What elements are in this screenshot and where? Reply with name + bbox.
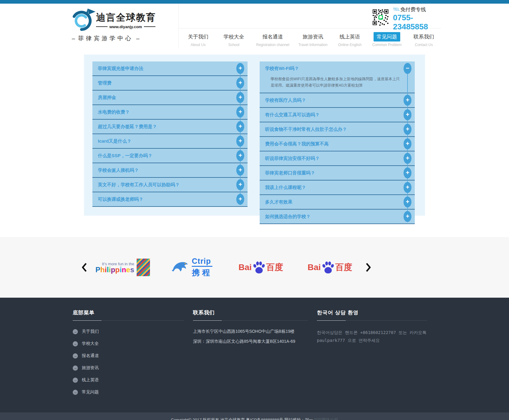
faq-item[interactable]: 学校有医疗人员吗？ + [260, 93, 415, 108]
footer-menu-item-6[interactable]: 常见问题 [73, 389, 184, 395]
faq-question: 学校有WI-FI吗？ [265, 66, 299, 71]
faq-item[interactable]: 水电费的收费？ + [92, 105, 248, 120]
arrow-circle-icon [73, 390, 78, 395]
brand-ctrip-logo[interactable]: Ctrip 携程 [157, 257, 226, 278]
toggle-expand-button[interactable]: + [236, 150, 244, 161]
faq-question: 学校有医疗人员吗？ [265, 98, 306, 103]
faq-question: 有什么交通工具可以选吗？ [265, 112, 320, 117]
main-content: 菲律宾观光签申请办法 + 管理费 + 房屋押金 + 水电费的收费？ + 超过几天… [0, 55, 509, 298]
footer-menu-item-4[interactable]: 旅游资讯 [73, 365, 184, 371]
faq-question: 菲律宾老师口音很重吗？ [265, 170, 315, 175]
site-footer: 底部菜单 关于我们 学校大全 报名通道 旅游资讯 线上英语 常见问题 联系我们 … [0, 298, 509, 412]
divider [317, 320, 427, 321]
toggle-expand-button[interactable]: + [236, 136, 244, 147]
address-shenzhen: 深圳：深圳市南山区文心路85号闽泰大厦B区1401A-69 [193, 339, 308, 344]
faq-item[interactable]: 超过几天要办签延？费用是？ + [92, 120, 248, 134]
arrow-circle-icon [73, 365, 78, 371]
faq-question: 费用会不会很高？我的预算不高 [265, 141, 329, 146]
faq-panel: 菲律宾观光签申请办法 + 管理费 + 房屋押金 + 水电费的收费？ + 超过几天… [84, 55, 425, 216]
faq-item[interactable]: 多久才有效果 + [260, 195, 415, 210]
site-url: www.diyanjy.com [96, 25, 156, 29]
footer-menu: 关于我们 学校大全 报名通道 旅游资讯 线上英语 常见问题 [73, 329, 184, 395]
faq-item[interactable]: 听说食物不干净时常有人拉肚子怎么办？ + [260, 122, 415, 137]
faq-question: 听说菲律宾治安很不好吗？ [265, 156, 320, 161]
faq-item[interactable]: 菲律宾观光签申请办法 + [92, 61, 248, 76]
faq-question: Icard又是什么？ [98, 138, 131, 144]
faq-item[interactable]: 英文不好，学校有工作人员可以协助吗？ + [92, 178, 248, 192]
faq-item[interactable]: 我该上什么课程呢？ + [260, 180, 415, 195]
toggle-expand-button[interactable]: + [404, 153, 411, 164]
brand-baidu-logo[interactable]: Bai 百度 [295, 261, 364, 274]
nav-item-2[interactable]: 学校大全 School [221, 32, 247, 48]
footer-menu-title: 底部菜单 [73, 309, 184, 316]
faq-item[interactable]: 房屋押金 + [92, 91, 248, 105]
faq-item[interactable]: 菲律宾老师口音很重吗？ + [260, 166, 415, 180]
toggle-expand-button[interactable]: − [404, 63, 411, 74]
footer-contact-column: 联系我们 上海市长宁区中山西路1065号SOHO中山广场B栋19楼 深圳：深圳市… [193, 309, 317, 401]
toggle-expand-button[interactable]: + [236, 92, 244, 103]
nav-item-4[interactable]: 旅游资讯 Travel Information [298, 32, 328, 48]
nav-item-7[interactable]: 联系我们 Contact Us [411, 32, 437, 48]
ctrip-wordmark-en: Ctrip [192, 257, 212, 267]
main-nav: 关于我们 About Us 学校大全 School 报名通道 Registrat… [179, 28, 441, 48]
toggle-expand-button[interactable]: + [236, 107, 244, 117]
faq-item[interactable]: 听说菲律宾治安很不好吗？ + [260, 151, 415, 166]
faq-item[interactable]: 如何挑选适合的学校？ + [260, 210, 415, 224]
site-logo[interactable]: 迪言全球教育 www.diyanjy.com –菲律宾游学中心– [68, 4, 178, 48]
brand-baidu-logo[interactable]: Bai 百度 [226, 261, 295, 274]
faq-item[interactable]: 学校会派人接机吗？ + [92, 163, 248, 178]
nav-item-5[interactable]: 线上英语 Online English [337, 32, 363, 48]
philippines-map-graphic [137, 259, 150, 276]
divider [193, 320, 308, 321]
toggle-expand-button[interactable]: + [404, 109, 411, 120]
faq-item[interactable]: 什么是SSP，一定要办吗？ + [92, 149, 248, 163]
brand-philippines-logo[interactable]: It's more fun in the Philippines [88, 259, 157, 276]
toggle-expand-button[interactable]: + [236, 179, 244, 190]
faq-item[interactable]: 学校有WI-FI吗？ − 學校都會提供WIFI只是因為學生人數較多加上當地的線路… [260, 61, 415, 93]
footer-menu-item-3[interactable]: 报名通道 [73, 353, 184, 359]
baidu-paw-icon [252, 261, 266, 274]
footer-menu-item-1[interactable]: 关于我们 [73, 329, 184, 335]
hotline: TEL免付费专线 0755-23485858 [393, 4, 441, 31]
site-subtitle: –菲律宾游学中心– [68, 35, 178, 42]
toggle-expand-button[interactable]: + [404, 182, 411, 193]
toggle-expand-button[interactable]: + [404, 167, 411, 178]
faq-item[interactable]: 费用会不会很高？我的预算不高 + [260, 137, 415, 151]
site-title: 迪言全球教育 [96, 11, 156, 24]
address-shanghai: 上海市长宁区中山西路1065号SOHO中山广场B栋19楼 [193, 329, 308, 334]
korean-contact-text: 한국어상담은 핸드폰 +8618602122707 또는 카카오톡 paulpa… [317, 329, 427, 344]
nav-item-1[interactable]: 关于我们 About Us [185, 32, 211, 48]
toggle-expand-button[interactable]: + [404, 211, 411, 222]
nav-item-6[interactable]: 常见问题 Common Problem [372, 32, 402, 48]
ctrip-dolphin-icon [171, 260, 189, 275]
footer-menu-item-5[interactable]: 线上英语 [73, 377, 184, 383]
toggle-expand-button[interactable]: + [404, 138, 411, 149]
faq-answer: 學校都會提供WIFI只是因為學生人數較多加上當地的線路問題，速度基本上只是堪用。… [260, 75, 415, 93]
arrow-circle-icon [73, 329, 78, 334]
toggle-expand-button[interactable]: + [236, 165, 244, 176]
divider [73, 320, 184, 321]
toggle-expand-button[interactable]: + [404, 95, 411, 106]
nav-item-3[interactable]: 报名通道 Registration channel [256, 32, 289, 48]
toggle-expand-button[interactable]: + [236, 63, 244, 74]
footer-menu-item-2[interactable]: 学校大全 [73, 341, 184, 347]
faq-item[interactable]: Icard又是什么？ + [92, 134, 248, 149]
faq-item[interactable]: 可以换课或换老师吗？ + [92, 192, 248, 207]
next-arrow[interactable] [364, 263, 372, 272]
toggle-expand-button[interactable]: + [404, 197, 411, 207]
faq-question: 房屋押金 [98, 95, 116, 100]
toggle-expand-button[interactable]: + [236, 121, 244, 132]
faq-question: 多久才有效果 [265, 199, 292, 204]
toggle-expand-button[interactable]: + [236, 194, 244, 205]
faq-column-left: 菲律宾观光签申请办法 + 管理费 + 房屋押金 + 水电费的收费？ + 超过几天… [92, 61, 248, 207]
faq-question: 菲律宾观光签申请办法 [98, 66, 143, 71]
faq-item[interactable]: 管理费 + [92, 76, 248, 91]
toggle-expand-button[interactable]: + [236, 78, 244, 88]
faq-question: 我该上什么课程呢？ [265, 185, 306, 190]
copyright-text: Copyright© 2017 版权所有 迪言全球教育 粤ICP备8888888… [171, 418, 313, 420]
prev-arrow[interactable] [80, 263, 88, 272]
toggle-expand-button[interactable]: + [404, 124, 411, 135]
qr-code [372, 9, 389, 26]
maintainer-link[interactable]: 深圳网络公司 [314, 418, 338, 420]
faq-item[interactable]: 有什么交通工具可以选吗？ + [260, 108, 415, 122]
